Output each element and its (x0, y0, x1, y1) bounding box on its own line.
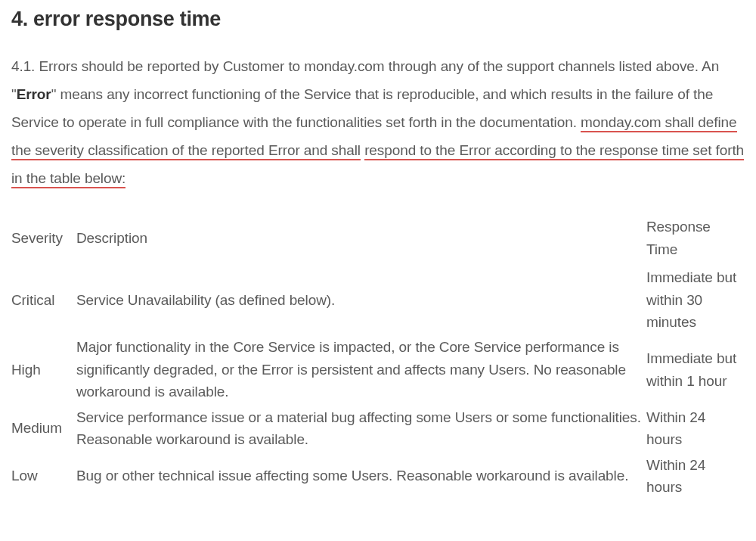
cell-response: Within 24 hours (646, 405, 745, 452)
cell-severity: Critical (11, 265, 76, 334)
table-row: Critical Service Unavailability (as defi… (11, 265, 745, 334)
table-header-row: Severity Description Response Time (11, 211, 745, 265)
cell-description: Bug or other technical issue affecting s… (76, 452, 646, 500)
cell-response: Immediate but within 30 minutes (646, 265, 745, 334)
section-paragraph: 4.1. Errors should be reported by Custom… (11, 52, 745, 192)
table-row: Medium Service performance issue or a ma… (11, 405, 745, 452)
severity-table: Severity Description Response Time Criti… (11, 211, 745, 499)
cell-response: Immediate but within 1 hour (646, 334, 745, 404)
header-severity: Severity (11, 211, 76, 265)
cell-severity: High (11, 334, 76, 404)
cell-response: Within 24 hours (646, 452, 745, 500)
cell-severity: Medium (11, 405, 76, 452)
table-row: Low Bug or other technical issue affecti… (11, 452, 745, 500)
section-heading: 4. error response time (11, 8, 745, 31)
cell-description: Service Unavailability (as defined below… (76, 265, 646, 334)
table-row: High Major functionality in the Core Ser… (11, 334, 745, 404)
cell-description: Service performance issue or a material … (76, 405, 646, 452)
cell-severity: Low (11, 452, 76, 500)
cell-description: Major functionality in the Core Service … (76, 334, 646, 404)
defined-term-error: Error (17, 86, 51, 102)
header-description: Description (76, 211, 646, 265)
header-response: Response Time (646, 211, 745, 265)
